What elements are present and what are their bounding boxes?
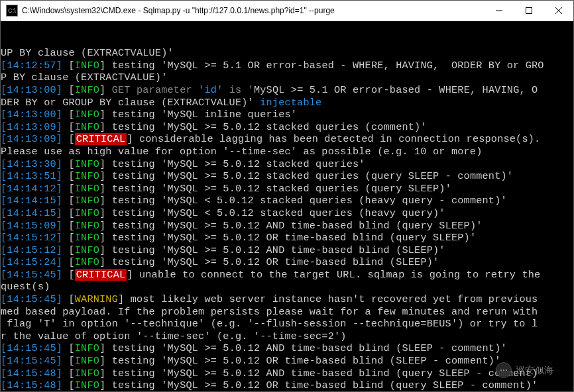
timestamp: [14:13:00] bbox=[1, 84, 62, 96]
timestamp: [14:15:24] bbox=[1, 256, 62, 268]
terminal-line: [14:15:45] [CRITICAL] unable to connect … bbox=[1, 269, 573, 281]
bracket: ] bbox=[99, 368, 105, 379]
terminal-line: med based payload. If the problem persis… bbox=[1, 306, 573, 318]
text: Please use as high value for option '--t… bbox=[1, 146, 483, 158]
bracket: ] bbox=[99, 342, 105, 354]
text: UP BY clause (EXTRACTVALUE)' bbox=[1, 47, 174, 59]
text: testing 'MySQL >= 5.0.12 AND time-based … bbox=[105, 244, 445, 256]
dim-text: ' is ' bbox=[217, 84, 254, 96]
bracket: [ bbox=[68, 207, 74, 219]
terminal-line: UP BY clause (EXTRACTVALUE)' bbox=[1, 47, 573, 60]
level-info: INFO bbox=[75, 183, 99, 195]
titlebar[interactable]: C:\ C:\Windows\system32\CMD.exe - Sqlmap… bbox=[1, 1, 573, 21]
text: med based payload. If the problem persis… bbox=[1, 306, 538, 318]
terminal-line: [14:15:12] [INFO] testing 'MySQL >= 5.0.… bbox=[1, 232, 573, 244]
text: testing 'MySQL >= 5.0.12 stacked queries… bbox=[105, 158, 365, 170]
level-info: INFO bbox=[75, 84, 99, 96]
level-info: INFO bbox=[75, 195, 99, 207]
text: testing 'MySQL >= 5.0.12 stacked queries… bbox=[105, 170, 513, 182]
bracket: [ bbox=[68, 60, 74, 72]
bracket: [ bbox=[68, 109, 74, 121]
text: testing 'MySQL < 5.0.12 stacked queries … bbox=[105, 195, 506, 207]
cmd-icon: C:\ bbox=[6, 5, 18, 17]
bracket: ] bbox=[99, 207, 105, 219]
terminal-line: Please use as high value for option '--t… bbox=[1, 146, 573, 158]
bracket: [ bbox=[68, 121, 74, 133]
bracket: ] bbox=[99, 232, 105, 244]
terminal-line: [14:15:09] [INFO] testing 'MySQL >= 5.0.… bbox=[1, 220, 573, 232]
timestamp: [14:13:30] bbox=[1, 158, 62, 170]
text: quest(s) bbox=[1, 281, 50, 293]
text: MySQL >= 5.1 OR error-based - WHERE, HAV… bbox=[254, 84, 538, 96]
text: testing 'MySQL >= 5.0.12 AND time-based … bbox=[105, 220, 482, 232]
bracket: ] bbox=[99, 109, 105, 121]
bracket: ] bbox=[99, 379, 105, 391]
timestamp: [14:15:45] bbox=[1, 355, 62, 367]
terminal-line: [14:14:15] [INFO] testing 'MySQL < 5.0.1… bbox=[1, 195, 573, 207]
timestamp: [14:13:09] bbox=[1, 121, 62, 133]
timestamp: [14:15:12] bbox=[1, 244, 62, 256]
timestamp: [14:15:48] bbox=[1, 368, 62, 379]
level-info: INFO bbox=[75, 158, 99, 170]
level-info: INFO bbox=[75, 170, 99, 182]
bracket: ] bbox=[99, 183, 105, 195]
terminal-line: [14:13:00] [INFO] GET parameter 'id' is … bbox=[1, 84, 573, 97]
text: testing 'MySQL >= 5.0.12 stacked queries… bbox=[105, 183, 451, 195]
cmd-window: C:\ C:\Windows\system32\CMD.exe - Sqlmap… bbox=[0, 0, 574, 392]
timestamp: [14:13:51] bbox=[1, 170, 62, 182]
terminal-line: [14:13:51] [INFO] testing 'MySQL >= 5.0.… bbox=[1, 170, 573, 183]
timestamp: [14:12:57] bbox=[1, 60, 62, 72]
text: r the value of option '--time-sec' (e.g.… bbox=[1, 330, 347, 342]
level-critical: CRITICAL bbox=[75, 269, 127, 281]
bracket: [ bbox=[68, 293, 74, 305]
timestamp: [14:14:12] bbox=[1, 183, 62, 195]
level-info: INFO bbox=[75, 355, 99, 367]
bracket: ] bbox=[99, 355, 105, 367]
bracket: [ bbox=[68, 269, 74, 281]
text: testing 'MySQL >= 5.0.12 OR time-based b… bbox=[105, 232, 476, 244]
bracket: ] bbox=[99, 256, 105, 268]
terminal-line: [14:12:57] [INFO] testing 'MySQL >= 5.1 … bbox=[1, 60, 573, 72]
terminal-line: flag 'T' in option '--technique' (e.g. '… bbox=[1, 318, 573, 330]
text: testing 'MySQL < 5.0.12 stacked queries … bbox=[105, 207, 445, 219]
terminal-line: [14:15:12] [INFO] testing 'MySQL >= 5.0.… bbox=[1, 244, 573, 257]
level-info: INFO bbox=[75, 368, 99, 379]
terminal-line: [14:15:48] [INFO] testing 'MySQL >= 5.0.… bbox=[1, 379, 573, 391]
bracket: ] bbox=[99, 170, 105, 182]
terminal-line: [14:13:00] [INFO] testing 'MySQL inline … bbox=[1, 109, 573, 121]
terminal-output[interactable]: UP BY clause (EXTRACTVALUE)'[14:12:57] [… bbox=[1, 21, 573, 391]
level-info: INFO bbox=[75, 121, 99, 133]
bracket: [ bbox=[68, 170, 74, 182]
terminal-line: [14:15:45] [INFO] testing 'MySQL >= 5.0.… bbox=[1, 355, 573, 368]
text: considerable lagging has been detected i… bbox=[133, 133, 547, 145]
keyword: injectable bbox=[254, 97, 321, 109]
timestamp: [14:15:45] bbox=[1, 269, 62, 281]
terminal-line: [14:13:30] [INFO] testing 'MySQL >= 5.0.… bbox=[1, 158, 573, 171]
level-info: INFO bbox=[75, 232, 99, 244]
level-info: INFO bbox=[75, 207, 99, 219]
text: DER BY or GROUP BY clause (EXTRACTVALUE)… bbox=[1, 97, 254, 109]
text: testing 'MySQL inline queries' bbox=[105, 109, 297, 121]
bracket: [ bbox=[68, 256, 74, 268]
timestamp: [14:15:45] bbox=[1, 342, 62, 354]
keyword: id bbox=[204, 84, 217, 96]
bracket: [ bbox=[68, 183, 74, 195]
minimize-button[interactable] bbox=[484, 1, 514, 21]
bracket: ] bbox=[99, 220, 105, 232]
terminal-line: [14:15:48] [INFO] testing 'MySQL >= 5.0.… bbox=[1, 368, 573, 380]
timestamp: [14:15:12] bbox=[1, 232, 62, 244]
timestamp: [14:15:48] bbox=[1, 379, 62, 391]
level-info: INFO bbox=[75, 60, 99, 72]
text: testing 'MySQL >= 5.0.12 stacked queries… bbox=[105, 121, 426, 133]
maximize-button[interactable] bbox=[514, 1, 544, 21]
level-info: INFO bbox=[75, 109, 99, 121]
bracket: ] bbox=[99, 244, 105, 256]
close-button[interactable] bbox=[544, 1, 573, 21]
terminal-line: quest(s) bbox=[1, 281, 573, 293]
bracket: [ bbox=[68, 84, 74, 96]
bracket: ] bbox=[99, 121, 105, 133]
bracket: ] bbox=[99, 195, 105, 207]
text: testing 'MySQL >= 5.0.12 OR time-based b… bbox=[105, 355, 500, 367]
text: testing 'MySQL >= 5.0.12 AND time-based … bbox=[105, 368, 544, 379]
terminal-line: [14:15:45] [WARNING] most likely web ser… bbox=[1, 293, 573, 306]
